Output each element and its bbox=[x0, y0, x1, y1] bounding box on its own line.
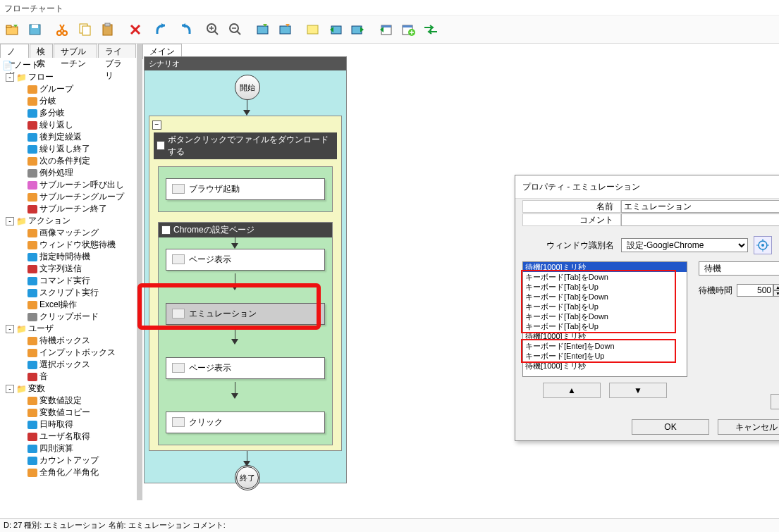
tab-node[interactable]: ノード bbox=[0, 44, 29, 58]
collapse-icon[interactable]: − bbox=[157, 141, 165, 150]
end-node[interactable]: 終了 bbox=[235, 465, 260, 490]
svg-rect-44 bbox=[27, 373, 37, 381]
input-name[interactable] bbox=[621, 200, 779, 213]
tree-item[interactable]: 繰り返し bbox=[1, 119, 135, 131]
tree-item[interactable]: 指定時間待機 bbox=[1, 251, 135, 263]
action-page-view-2[interactable]: ページ表示 bbox=[166, 357, 325, 379]
tree-item[interactable]: ユーザ名取得 bbox=[1, 431, 135, 443]
spin-up-icon[interactable]: ▲ bbox=[773, 284, 779, 290]
tool-b-icon[interactable] bbox=[276, 20, 295, 39]
tree-item[interactable]: 文字列送信 bbox=[1, 263, 135, 275]
cut-icon[interactable] bbox=[53, 20, 73, 39]
outer-header-label: ボタンクリックでファイルをダウンロードする bbox=[168, 134, 334, 158]
tree-item[interactable]: コマンド実行 bbox=[1, 275, 135, 287]
scenario-canvas[interactable]: シナリオ 開始 − −ボタンクリックでファイルをダウンロードする ブラウザ起動 … bbox=[144, 56, 347, 483]
img-right-icon[interactable] bbox=[348, 20, 368, 39]
svg-rect-46 bbox=[27, 409, 37, 417]
node-tree[interactable]: 📄ノード -📁フロー グループ分岐多分岐繰り返し後判定繰返繰り返し終了次の条件判… bbox=[0, 58, 137, 480]
input-comment[interactable] bbox=[621, 214, 779, 226]
add-button[interactable]: 追加 bbox=[771, 394, 779, 409]
collapse-icon[interactable]: − bbox=[152, 120, 161, 130]
action-click[interactable]: クリック bbox=[166, 412, 325, 433]
move-up-button[interactable]: ▲ bbox=[543, 383, 601, 398]
tool-a-icon[interactable] bbox=[253, 20, 273, 39]
action-page-view-1[interactable]: ページ表示 bbox=[166, 249, 325, 271]
open-icon[interactable] bbox=[3, 20, 23, 39]
select-action-type[interactable]: 待機 bbox=[699, 261, 779, 276]
wait-time-spinner[interactable]: ▲▼ bbox=[737, 284, 779, 297]
tree-item[interactable]: 待機ボックス bbox=[1, 335, 135, 347]
tree-item[interactable]: サブルーチン終了 bbox=[1, 203, 135, 215]
tree-item[interactable]: ウィンドウ状態待機 bbox=[1, 239, 135, 251]
arrows-icon[interactable] bbox=[421, 20, 441, 39]
undo-icon[interactable] bbox=[153, 20, 173, 39]
action-icon bbox=[172, 363, 185, 373]
list-item[interactable]: キーボード[Tab]をUp bbox=[523, 282, 687, 292]
inner-group-1[interactable]: ブラウザ起動 bbox=[158, 166, 333, 212]
spin-down-icon[interactable]: ▼ bbox=[773, 290, 779, 297]
svg-rect-23 bbox=[27, 97, 37, 106]
ok-button[interactable]: OK bbox=[632, 419, 709, 435]
tree-item[interactable]: 変数値コピー bbox=[1, 407, 135, 419]
paste-icon[interactable] bbox=[98, 20, 118, 39]
win-add-icon[interactable] bbox=[398, 20, 418, 39]
action-listbox[interactable]: 待機[1000]ミリ秒キーボード[Tab]をDownキーボード[Tab]をUpキ… bbox=[522, 261, 687, 377]
tree-item[interactable]: クリップボード bbox=[1, 311, 135, 323]
tree-item[interactable]: 選択ボックス bbox=[1, 359, 135, 371]
tree-item[interactable]: サブルーチン呼び出し bbox=[1, 179, 135, 191]
zoom-out-icon[interactable] bbox=[226, 20, 245, 39]
note-icon[interactable] bbox=[303, 20, 323, 39]
list-item[interactable]: キーボード[Enter]をUp bbox=[523, 351, 687, 361]
zoom-in-icon[interactable] bbox=[203, 20, 223, 39]
redo-icon[interactable] bbox=[176, 20, 195, 39]
cancel-button[interactable]: キャンセル bbox=[718, 419, 779, 435]
svg-rect-9 bbox=[105, 23, 110, 26]
label-wait-time: 待機時間 bbox=[699, 285, 732, 297]
start-node[interactable]: 開始 bbox=[235, 75, 260, 100]
tree-item[interactable]: 変数値設定 bbox=[1, 395, 135, 407]
tree-item[interactable]: 分岐 bbox=[1, 95, 135, 107]
img-left-icon[interactable] bbox=[326, 20, 345, 39]
tree-item[interactable]: 例外処理 bbox=[1, 167, 135, 179]
tree-item[interactable]: 繰り返し終了 bbox=[1, 143, 135, 155]
tab-subroutine[interactable]: サブルーチン bbox=[54, 44, 97, 58]
copy-icon[interactable] bbox=[75, 20, 95, 39]
tree-item[interactable]: 次の条件判定 bbox=[1, 155, 135, 167]
action-browser-launch[interactable]: ブラウザ起動 bbox=[166, 178, 325, 200]
tree-item[interactable]: 日時取得 bbox=[1, 419, 135, 431]
tree-item[interactable]: スクリプト実行 bbox=[1, 287, 135, 299]
target-picker-icon[interactable] bbox=[754, 236, 772, 254]
tree-item[interactable]: カウントアップ bbox=[1, 454, 135, 466]
delete-icon[interactable] bbox=[125, 20, 145, 39]
select-window-id[interactable]: 設定-GoogleChrome bbox=[621, 238, 748, 252]
win-left-icon[interactable] bbox=[376, 20, 395, 39]
list-item[interactable]: 待機[1000]ミリ秒 bbox=[523, 331, 687, 341]
tree-item[interactable]: インプットボックス bbox=[1, 347, 135, 359]
list-item[interactable]: キーボード[Tab]をUp bbox=[523, 302, 687, 311]
list-item[interactable]: キーボード[Tab]をDown bbox=[523, 311, 687, 321]
list-item[interactable]: 待機[1000]ミリ秒 bbox=[523, 361, 687, 371]
save-icon[interactable] bbox=[25, 20, 45, 39]
tab-search[interactable]: 検索 bbox=[30, 44, 54, 58]
tree-item[interactable]: グループ bbox=[1, 83, 135, 95]
tree-item[interactable]: 画像マッチング bbox=[1, 227, 135, 239]
tree-item[interactable]: サブルーチングループ bbox=[1, 191, 135, 203]
tree-item[interactable]: Excel操作 bbox=[1, 299, 135, 311]
inner-group-2[interactable]: −Chromeの設定ページ ページ表示 エミュレーション ページ表示 クリック bbox=[158, 222, 333, 445]
list-item[interactable]: キーボード[Tab]をUp bbox=[523, 321, 687, 331]
tree-item[interactable]: 全角化／半角化 bbox=[1, 466, 135, 478]
svg-rect-1 bbox=[6, 25, 11, 27]
list-item[interactable]: キーボード[Tab]をDown bbox=[523, 272, 687, 282]
collapse-icon[interactable]: − bbox=[161, 225, 171, 235]
svg-rect-16 bbox=[352, 26, 362, 34]
tab-library[interactable]: ライブラリ bbox=[98, 44, 136, 58]
tree-item[interactable]: 四則演算 bbox=[1, 443, 135, 454]
move-down-button[interactable]: ▼ bbox=[609, 383, 667, 398]
list-item[interactable]: キーボード[Enter]をDown bbox=[523, 341, 687, 351]
list-item[interactable]: 待機[1000]ミリ秒 bbox=[523, 262, 687, 272]
list-item[interactable]: キーボード[Tab]をDown bbox=[523, 292, 687, 302]
tree-item[interactable]: 後判定繰返 bbox=[1, 131, 135, 143]
tree-item[interactable]: 多分岐 bbox=[1, 107, 135, 119]
input-wait-time[interactable] bbox=[737, 284, 773, 297]
tree-item[interactable]: 音 bbox=[1, 371, 135, 383]
